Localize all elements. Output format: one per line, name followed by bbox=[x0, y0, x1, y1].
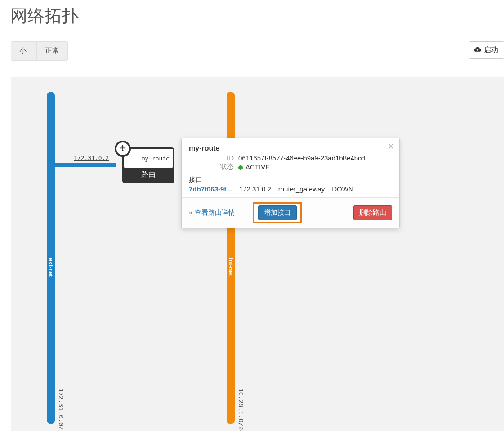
launch-instance-label: 启动 bbox=[484, 45, 498, 55]
add-interface-button[interactable]: 增加接口 bbox=[258, 205, 297, 220]
router-type-label: 路由 bbox=[122, 167, 174, 183]
network-name-int: int-net bbox=[227, 258, 234, 276]
interface-state: DOWN bbox=[332, 185, 353, 193]
view-small-button[interactable]: 小 bbox=[11, 42, 35, 60]
router-name: my-route bbox=[141, 155, 169, 162]
delete-router-button[interactable]: 删除路由 bbox=[353, 205, 392, 220]
cloud-upload-icon bbox=[474, 46, 481, 55]
interface-id-link[interactable]: 7db7f063-9f... bbox=[189, 185, 232, 193]
router-link-ip-label: 172.31.0.2 bbox=[74, 155, 109, 161]
highlight-frame: 增加接口 bbox=[253, 202, 302, 223]
id-label: ID bbox=[189, 154, 238, 162]
network-name-ext: ext-net bbox=[48, 258, 54, 277]
status-dot-icon bbox=[238, 165, 243, 170]
interface-ip: 172.31.0.2 bbox=[239, 185, 271, 193]
network-cidr-int: 10.28.1.0/24 bbox=[237, 388, 245, 431]
router-node[interactable]: my-route 路由 bbox=[122, 147, 174, 183]
router-detail-popup: × my-route ID 0611657f-8577-46ee-b9a9-23… bbox=[181, 138, 400, 228]
interfaces-section-label: 接口 bbox=[189, 176, 392, 184]
network-bar-ext[interactable]: ext-net 172.31.0.0/20 bbox=[47, 92, 55, 424]
page-title: 网络拓扑 bbox=[10, 4, 79, 27]
close-icon[interactable]: × bbox=[388, 142, 394, 151]
interface-type: router_gateway bbox=[278, 185, 325, 193]
view-size-group: 小 正常 bbox=[11, 41, 68, 61]
view-normal-button[interactable]: 正常 bbox=[36, 42, 67, 60]
launch-instance-button[interactable]: 启动 bbox=[469, 41, 504, 59]
view-router-detail-link[interactable]: » 查看路由详情 bbox=[189, 209, 235, 217]
topology-canvas[interactable]: ext-net 172.31.0.0/20 int-net 10.28.1.0/… bbox=[11, 77, 504, 431]
interface-row: 7db7f063-9f... 172.31.0.2 router_gateway… bbox=[189, 185, 392, 193]
network-cidr-ext: 172.31.0.0/20 bbox=[58, 388, 65, 431]
popup-title: my-route bbox=[189, 144, 392, 152]
router-icon bbox=[115, 141, 131, 157]
router-link-ext bbox=[55, 163, 116, 167]
id-value: 0611657f-8577-46ee-b9a9-23ad1b8e4bcd bbox=[238, 154, 365, 162]
status-label: 状态 bbox=[189, 163, 238, 171]
status-value: ACTIVE bbox=[245, 163, 270, 171]
